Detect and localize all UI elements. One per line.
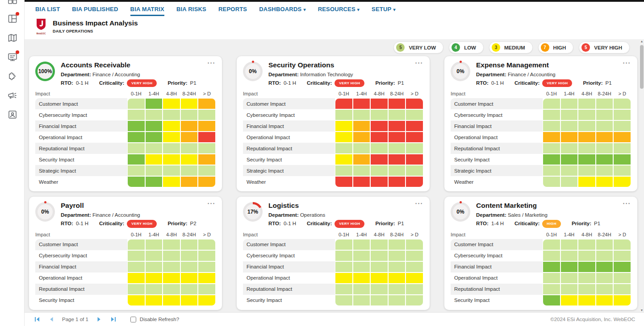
impact-cell[interactable] bbox=[335, 98, 353, 109]
impact-cell[interactable] bbox=[127, 272, 145, 284]
impact-cell[interactable] bbox=[406, 261, 423, 272]
impact-cell[interactable] bbox=[370, 143, 388, 154]
impact-cell[interactable] bbox=[353, 132, 371, 143]
last-page-button[interactable] bbox=[110, 316, 117, 322]
impact-cell[interactable] bbox=[145, 284, 163, 295]
impact-cell[interactable] bbox=[353, 239, 371, 250]
impact-cell[interactable] bbox=[543, 109, 560, 120]
impact-cell[interactable] bbox=[388, 120, 406, 132]
card-menu-button[interactable]: ●●● bbox=[208, 62, 216, 64]
impact-cell[interactable] bbox=[145, 132, 163, 143]
impact-cell[interactable] bbox=[370, 295, 388, 306]
impact-cell[interactable] bbox=[543, 284, 560, 295]
impact-cell[interactable] bbox=[198, 165, 216, 176]
impact-cell[interactable] bbox=[370, 272, 388, 284]
tab-bia-list[interactable]: BIA LIST bbox=[35, 6, 60, 16]
impact-cell[interactable] bbox=[145, 176, 163, 187]
impact-cell[interactable] bbox=[353, 154, 371, 165]
impact-cell[interactable] bbox=[406, 272, 423, 284]
impact-cell[interactable] bbox=[370, 261, 388, 272]
impact-cell[interactable] bbox=[145, 143, 163, 154]
impact-cell[interactable] bbox=[353, 261, 371, 272]
impact-cell[interactable] bbox=[613, 98, 631, 109]
impact-cell[interactable] bbox=[388, 109, 406, 120]
impact-cell[interactable] bbox=[127, 143, 145, 154]
impact-cell[interactable] bbox=[578, 295, 596, 306]
impact-cell[interactable] bbox=[578, 165, 596, 176]
impact-cell[interactable] bbox=[388, 176, 406, 187]
impact-cell[interactable] bbox=[388, 143, 406, 154]
monitor-chat-icon[interactable] bbox=[0, 52, 25, 63]
impact-cell[interactable] bbox=[335, 239, 353, 250]
impact-cell[interactable] bbox=[163, 120, 180, 132]
impact-cell[interactable] bbox=[335, 284, 353, 295]
disable-refresh-checkbox[interactable] bbox=[130, 317, 136, 322]
impact-cell[interactable] bbox=[560, 120, 578, 132]
impact-cell[interactable] bbox=[370, 132, 388, 143]
impact-cell[interactable] bbox=[388, 132, 406, 143]
impact-cell[interactable] bbox=[578, 284, 596, 295]
impact-cell[interactable] bbox=[388, 239, 406, 250]
impact-cell[interactable] bbox=[596, 165, 614, 176]
impact-cell[interactable] bbox=[198, 239, 216, 250]
impact-cell[interactable] bbox=[353, 295, 371, 306]
first-page-button[interactable] bbox=[34, 316, 40, 322]
impact-cell[interactable] bbox=[406, 143, 423, 154]
impact-cell[interactable] bbox=[198, 120, 216, 132]
scroll-up-arrow-icon[interactable]: ▲ bbox=[640, 40, 644, 43]
impact-cell[interactable] bbox=[163, 250, 180, 261]
impact-cell[interactable] bbox=[578, 261, 596, 272]
impact-cell[interactable] bbox=[163, 132, 180, 143]
card-menu-button[interactable]: ●●● bbox=[415, 62, 423, 64]
impact-cell[interactable] bbox=[406, 284, 423, 295]
impact-cell[interactable] bbox=[127, 98, 145, 109]
impact-cell[interactable] bbox=[596, 239, 614, 250]
impact-cell[interactable] bbox=[335, 261, 353, 272]
impact-cell[interactable] bbox=[596, 261, 614, 272]
impact-cell[interactable] bbox=[543, 165, 560, 176]
tab-bia-matrix[interactable]: BIA MATRIX bbox=[130, 6, 164, 16]
impact-cell[interactable] bbox=[543, 98, 560, 109]
impact-cell[interactable] bbox=[127, 284, 145, 295]
impact-cell[interactable] bbox=[406, 109, 423, 120]
impact-cell[interactable] bbox=[560, 250, 578, 261]
impact-cell[interactable] bbox=[145, 154, 163, 165]
impact-cell[interactable] bbox=[613, 261, 631, 272]
impact-cell[interactable] bbox=[198, 250, 216, 261]
impact-cell[interactable] bbox=[560, 295, 578, 306]
impact-cell[interactable] bbox=[353, 109, 371, 120]
impact-cell[interactable] bbox=[335, 109, 353, 120]
impact-cell[interactable] bbox=[180, 120, 198, 132]
impact-cell[interactable] bbox=[163, 284, 180, 295]
impact-cell[interactable] bbox=[370, 250, 388, 261]
impact-cell[interactable] bbox=[613, 284, 631, 295]
impact-cell[interactable] bbox=[406, 120, 423, 132]
impact-cell[interactable] bbox=[127, 239, 145, 250]
impact-cell[interactable] bbox=[596, 154, 614, 165]
impact-cell[interactable] bbox=[180, 284, 198, 295]
impact-cell[interactable] bbox=[406, 165, 423, 176]
impact-cell[interactable] bbox=[596, 109, 614, 120]
impact-cell[interactable] bbox=[145, 261, 163, 272]
impact-cell[interactable] bbox=[145, 165, 163, 176]
scroll-down-arrow-icon[interactable]: ▼ bbox=[640, 309, 644, 312]
impact-cell[interactable] bbox=[578, 143, 596, 154]
impact-cell[interactable] bbox=[370, 239, 388, 250]
impact-cell[interactable] bbox=[613, 154, 631, 165]
impact-cell[interactable] bbox=[198, 143, 216, 154]
impact-cell[interactable] bbox=[596, 284, 614, 295]
impact-cell[interactable] bbox=[127, 176, 145, 187]
impact-cell[interactable] bbox=[335, 272, 353, 284]
impact-cell[interactable] bbox=[198, 272, 216, 284]
impact-cell[interactable] bbox=[163, 176, 180, 187]
impact-cell[interactable] bbox=[353, 284, 371, 295]
impact-cell[interactable] bbox=[560, 98, 578, 109]
card-menu-button[interactable]: ●●● bbox=[208, 202, 216, 205]
impact-cell[interactable] bbox=[560, 154, 578, 165]
impact-cell[interactable] bbox=[613, 250, 631, 261]
impact-cell[interactable] bbox=[127, 250, 145, 261]
impact-cell[interactable] bbox=[578, 120, 596, 132]
impact-cell[interactable] bbox=[543, 143, 560, 154]
impact-cell[interactable] bbox=[127, 120, 145, 132]
impact-cell[interactable] bbox=[163, 154, 180, 165]
